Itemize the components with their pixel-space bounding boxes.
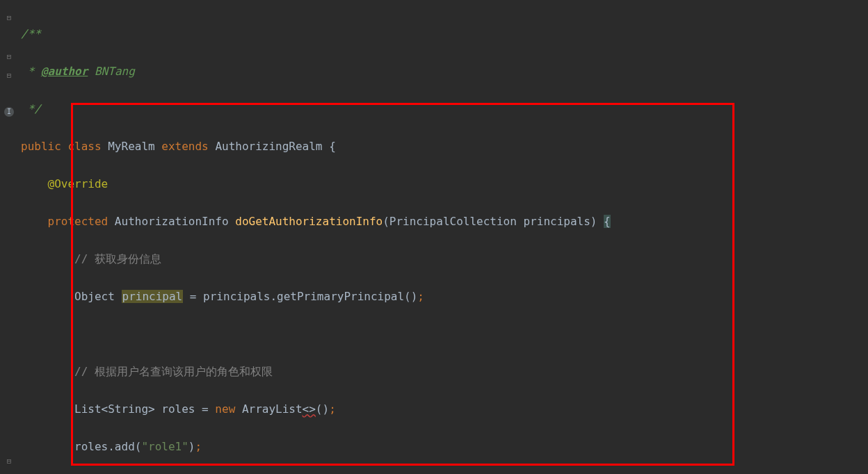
call: roles.add( — [74, 440, 141, 453]
ctor: ArrayList — [235, 402, 302, 416]
fold-arrow-icon[interactable]: ⊟ — [4, 47, 14, 57]
string: "role1" — [141, 440, 188, 453]
kw-public: public — [21, 140, 61, 153]
super-class: AuthorizingRealm — [215, 140, 322, 153]
kw-new: new — [215, 402, 235, 416]
override-gutter-icon[interactable]: I — [4, 107, 14, 117]
code-line[interactable]: Object principal = principals.getPrimary… — [21, 287, 868, 306]
doc-comment: */ — [21, 102, 41, 115]
expr: = principals.getPrimaryPrincipal() — [183, 290, 417, 303]
doc-tag: @author — [41, 65, 88, 78]
diamond: <> — [303, 402, 316, 416]
paren: () — [316, 402, 329, 416]
kw-protected: protected — [48, 215, 108, 228]
code-line[interactable]: @Override — [21, 174, 868, 193]
code-line[interactable]: * @author BNTang — [21, 62, 868, 81]
code-editor[interactable]: ⊟ ⊟ ⊟ I ⊟ /** * @author BNTang */ public… — [0, 0, 868, 474]
semicolon: ; — [417, 290, 424, 303]
doc-text: BNTang — [88, 65, 134, 78]
code-line[interactable]: // 根据用户名查询该用户的角色和权限 — [21, 362, 868, 381]
kw-extends: extends — [155, 140, 216, 153]
comment: // 获取身份信息 — [74, 252, 161, 265]
kw-class: class — [61, 140, 108, 153]
gutter: ⊟ ⊟ ⊟ I ⊟ — [0, 0, 21, 474]
semicolon: ; — [329, 402, 336, 416]
code-line[interactable]: /** — [21, 24, 868, 43]
doc-comment: * — [21, 65, 41, 78]
comment: // 根据用户名查询该用户的角色和权限 — [74, 365, 273, 378]
unused-var: principal — [122, 290, 184, 303]
method-name: doGetAuthorizationInfo — [235, 215, 383, 228]
return-type: AuthorizationInfo — [108, 215, 235, 228]
code-area[interactable]: /** * @author BNTang */ public class MyR… — [21, 0, 868, 474]
code-line[interactable]: protected AuthorizationInfo doGetAuthori… — [21, 212, 868, 231]
code-line[interactable]: public class MyRealm extends Authorizing… — [21, 137, 868, 156]
brace: { — [323, 140, 336, 153]
annotation: @Override — [48, 177, 108, 190]
brace-open: { — [604, 215, 611, 228]
code-line[interactable]: // 获取身份信息 — [21, 250, 868, 268]
fold-arrow-icon[interactable]: ⊟ — [4, 8, 14, 18]
code-line[interactable] — [21, 325, 868, 343]
class-name: MyRealm — [108, 140, 154, 153]
code-line[interactable]: List<String> roles = new ArrayList<>(); — [21, 400, 868, 418]
code-line[interactable]: roles.add("role1"); — [21, 437, 868, 456]
decl: List<String> roles = — [74, 402, 215, 416]
params: (PrincipalCollection principals) — [383, 215, 604, 228]
doc-comment: /** — [21, 27, 41, 40]
code-line[interactable]: */ — [21, 99, 868, 118]
type: Object — [74, 290, 121, 303]
fold-arrow-icon[interactable]: ⊟ — [4, 452, 14, 461]
semicolon: ; — [195, 440, 202, 453]
fold-arrow-icon[interactable]: ⊟ — [4, 66, 14, 76]
